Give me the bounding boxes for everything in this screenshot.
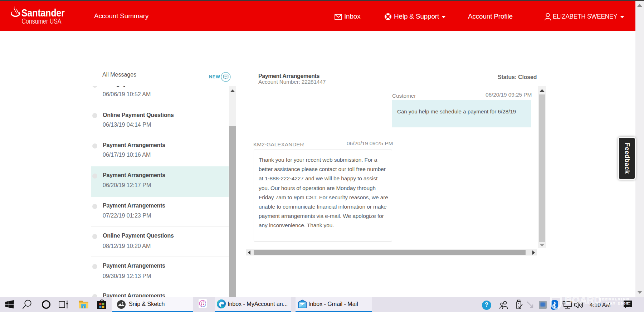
svg-text:Consumer USA: Consumer USA xyxy=(22,17,62,25)
